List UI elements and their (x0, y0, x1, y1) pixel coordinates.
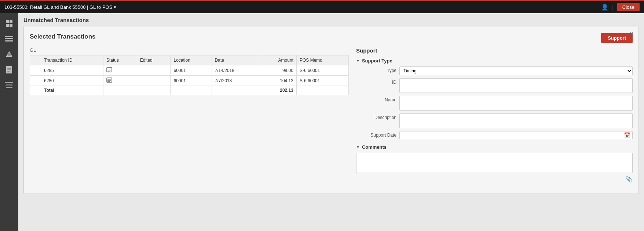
row-amount: 104.13 (258, 76, 297, 86)
modal-header: Selected Transactions Support (30, 33, 633, 43)
total-location (171, 86, 212, 95)
id-input[interactable] (399, 78, 633, 93)
row-transaction-id: 6280 (41, 76, 103, 86)
col-transaction-id: Transaction ID (41, 55, 103, 65)
svg-point-8 (7, 53, 11, 56)
modal-panel: ✕ Selected Transactions Support GL Trans… (23, 27, 639, 194)
type-label: Type (356, 66, 396, 73)
total-label: Total (41, 86, 103, 95)
modal-close-button[interactable]: ✕ (629, 30, 634, 37)
row-checkbox-cell (30, 76, 41, 86)
main-layout: Unmatched Transactions ✕ Selected Transa… (0, 13, 644, 231)
comments-textarea[interactable] (356, 153, 633, 173)
svg-rect-22 (107, 79, 111, 80)
svg-rect-16 (6, 87, 12, 88)
support-date-row: Support Date 📅 (356, 131, 633, 139)
paperclip-icon[interactable]: 📎 (625, 176, 633, 183)
svg-rect-24 (107, 81, 110, 82)
svg-rect-10 (7, 68, 11, 69)
row-edited (137, 76, 171, 86)
row-date: 7/14/2018 (212, 65, 258, 76)
row-status-icon (103, 65, 137, 76)
svg-rect-19 (107, 70, 111, 71)
id-label: ID (356, 78, 396, 85)
svg-rect-6 (5, 40, 13, 41)
row-edited (137, 65, 171, 76)
col-pos-memo: POS Memo (296, 55, 348, 65)
svg-rect-13 (5, 82, 13, 83)
transactions-table: Transaction ID Status Edited Location Da… (30, 55, 349, 95)
total-amount: 202.13 (258, 86, 297, 95)
total-edited (137, 86, 171, 95)
svg-rect-2 (6, 24, 9, 27)
comments-header: ▼ Comments (356, 144, 633, 150)
total-row: Total 202.13 (30, 86, 349, 95)
total-date (212, 86, 258, 95)
svg-rect-23 (107, 80, 111, 81)
calendar-icon[interactable]: 📅 (624, 132, 630, 138)
top-bar-right: 👤 | Close (601, 3, 640, 11)
row-location: 60001 (171, 76, 212, 86)
col-checkbox (30, 55, 41, 65)
comments-section: ▼ Comments 📎 (356, 144, 633, 183)
sidebar-icon-shapes[interactable] (3, 48, 16, 61)
collapse-icon[interactable]: ▼ (356, 59, 360, 63)
support-date-wrap: 📅 (399, 131, 633, 139)
name-label: Name (356, 96, 396, 102)
col-status: Status (103, 55, 137, 65)
row-transaction-id: 6285 (41, 65, 103, 76)
svg-rect-4 (5, 36, 13, 37)
top-bar: 103-55500: Retail GL and Bank 55500 | GL… (0, 0, 644, 13)
gl-section: GL Transaction ID Status Edited Location… (30, 47, 349, 188)
total-pos-memo (296, 86, 348, 95)
name-row: Name (356, 96, 633, 111)
content-area: Unmatched Transactions ✕ Selected Transa… (18, 13, 644, 231)
type-row: Type Timing Other (356, 66, 633, 75)
svg-rect-3 (10, 24, 12, 27)
comments-collapse-icon[interactable]: ▼ (356, 145, 360, 149)
col-location: Location (171, 55, 212, 65)
svg-rect-5 (5, 38, 13, 39)
support-type-header: ▼ Support Type (356, 58, 633, 64)
support-date-input[interactable] (402, 133, 622, 138)
support-type-section: ▼ Support Type Type Timing Other (356, 58, 633, 139)
row-pos-memo: S-6.60001 (296, 65, 348, 76)
svg-rect-20 (107, 71, 110, 72)
col-date: Date (212, 55, 258, 65)
svg-rect-12 (7, 71, 10, 72)
total-status (103, 86, 137, 95)
support-panel-title: Support (356, 47, 633, 54)
sidebar-icon-dashboard[interactable] (3, 17, 16, 30)
description-label: Description (356, 113, 396, 120)
close-button[interactable]: Close (617, 3, 640, 11)
svg-rect-11 (7, 69, 11, 70)
title-dropdown-icon[interactable]: ▾ (114, 4, 116, 10)
col-amount: Amount (258, 55, 297, 65)
name-input[interactable] (399, 96, 633, 111)
description-row: Description (356, 113, 633, 128)
type-select[interactable]: Timing Other (399, 66, 633, 75)
app-title: 103-55500: Retail GL and Bank 55500 | GL… (4, 4, 116, 10)
modal-title: Selected Transactions (30, 33, 96, 40)
row-date: 7/7/2018 (212, 76, 258, 86)
type-select-wrap: Timing Other (399, 66, 633, 75)
table-row: 6280 60001 (30, 76, 349, 86)
svg-rect-18 (107, 69, 111, 69)
support-date-label: Support Date (356, 131, 396, 138)
sidebar-icon-lines[interactable] (3, 79, 16, 92)
row-pos-memo: S-6.60001 (296, 76, 348, 86)
total-label-empty (30, 86, 41, 95)
svg-rect-1 (10, 20, 12, 23)
sidebar-icon-list[interactable] (3, 32, 16, 46)
row-location: 60001 (171, 65, 212, 76)
gl-label: GL (30, 47, 349, 53)
row-status-icon (103, 76, 137, 86)
id-row: ID (356, 78, 633, 93)
support-button[interactable]: Support (601, 33, 633, 43)
sidebar-icon-document[interactable] (3, 63, 16, 76)
description-input[interactable] (399, 113, 633, 128)
table-row: 6285 60001 (30, 65, 349, 76)
sidebar (0, 13, 18, 231)
svg-rect-14 (6, 84, 12, 84)
attachment-row: 📎 (356, 176, 633, 183)
